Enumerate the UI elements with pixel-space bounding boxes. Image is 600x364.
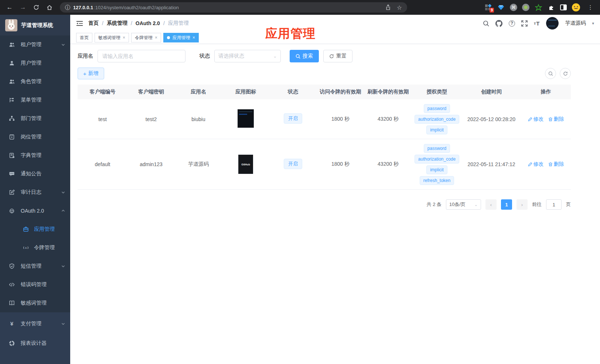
help-icon[interactable]: ? <box>509 20 515 27</box>
profile-avatar-icon[interactable] <box>572 3 580 12</box>
font-size-icon[interactable]: тT <box>534 20 540 27</box>
audit-log-icon <box>9 189 15 195</box>
sidebar-item-oauth-application[interactable]: 应用管理 <box>0 220 70 238</box>
goto-page-input[interactable] <box>546 199 562 210</box>
sidebar-item-report-designer[interactable]: 报表设计器 <box>0 333 70 353</box>
sidebar-bottom-section: ¥ 支付管理 报表设计器 <box>0 312 70 364</box>
menu-tree-icon <box>9 97 15 103</box>
page-content: 应用名 状态 请选择状态 ⌄ 搜索 重置 + <box>70 44 600 364</box>
annotation-overlay: 应用管理 <box>265 25 316 42</box>
sidebar-item-label: 支付管理 <box>21 320 41 327</box>
bookmark-star-icon[interactable]: ☆ <box>397 4 402 11</box>
sidebar-item-pay[interactable]: ¥ 支付管理 <box>0 314 70 333</box>
reset-button[interactable]: 重置 <box>323 50 352 62</box>
page-size-select[interactable]: 10条/页 ⌄ <box>446 199 481 210</box>
breadcrumb-system[interactable]: 系统管理 <box>107 20 127 27</box>
browser-refresh-icon[interactable] <box>31 2 41 13</box>
gem-extension-icon[interactable] <box>497 3 505 11</box>
browser-forward-icon[interactable]: → <box>18 2 28 13</box>
github-icon[interactable] <box>495 20 502 27</box>
refresh-table-icon[interactable] <box>560 68 571 79</box>
cell-created-time: 2022-05-11 21:47:12 <box>466 158 517 171</box>
sidebar-item-notice[interactable]: 通知公告 <box>0 165 70 183</box>
sidebar-item-dept[interactable]: 部门管理 <box>0 109 70 128</box>
browser-home-icon[interactable] <box>44 2 55 13</box>
tab-sensitive-word[interactable]: 敏感词管理× <box>95 33 129 42</box>
sidebar-item-oauth[interactable]: OAuth 2.0 <box>0 202 70 220</box>
sidebar-item-audit-log[interactable]: 审计日志 <box>0 183 70 202</box>
delete-button[interactable]: 删除 <box>548 161 564 168</box>
edit-button[interactable]: 修改 <box>528 116 544 123</box>
open-book-icon <box>9 300 15 306</box>
page-number-button[interactable]: 1 <box>501 199 512 210</box>
url-path: :1024/system/oauth2/oauth2/application <box>94 5 179 10</box>
edit-button[interactable]: 修改 <box>528 161 544 168</box>
toggle-search-icon[interactable] <box>545 68 556 79</box>
sidebar-logo[interactable]: 芋道管理系统 <box>0 15 70 35</box>
sidebar-item-post[interactable]: 岗位管理 <box>0 128 70 146</box>
grant-type-tag: refresh_token <box>420 176 454 185</box>
tab-home[interactable]: 首页 <box>76 33 92 42</box>
tab-split-icon[interactable] <box>560 4 567 10</box>
sidebar-item-dict[interactable]: 字典管理 <box>0 146 70 165</box>
sidebar-item-label: 令牌管理 <box>34 244 55 251</box>
sidebar-item-label: 敏感词管理 <box>21 300 47 306</box>
breadcrumb-home[interactable]: 首页 <box>88 20 99 27</box>
add-button[interactable]: + 新增 <box>78 68 104 79</box>
topbar: 首页 / 系统管理 / OAuth 2.0 / 应用管理 ? тT <box>70 15 600 32</box>
sidebar-fold-icon[interactable] <box>76 20 83 27</box>
share-icon[interactable] <box>385 4 391 10</box>
sidebar-item-label: 短信管理 <box>21 263 41 269</box>
cell-client-secret: test2 <box>144 113 158 126</box>
sidebar-item-oauth-token[interactable]: A 令牌管理 <box>0 238 70 257</box>
close-icon[interactable]: × <box>123 35 125 40</box>
fullscreen-icon[interactable] <box>521 20 528 27</box>
column-header: 刷新令牌的有效期 <box>364 85 412 99</box>
extension-grid-icon[interactable]: 9 <box>484 3 492 11</box>
sidebar-item-role[interactable]: 角色管理 <box>0 72 70 91</box>
close-icon[interactable]: × <box>192 35 195 40</box>
table-row: default admin123 芋道源码 GitHub 开启 1800 秒 4… <box>78 139 571 190</box>
sidebar-item-tenant[interactable]: 租户管理 <box>0 35 70 54</box>
status-select[interactable]: 请选择状态 ⌄ <box>214 50 281 62</box>
prev-page-button[interactable]: ‹ <box>485 199 497 210</box>
cell-refresh-ttl: 43200 秒 <box>376 157 400 171</box>
cell-status: 开启 <box>282 154 304 175</box>
browser-back-icon[interactable]: ← <box>4 2 15 13</box>
user-avatar[interactable] <box>546 17 559 30</box>
browser-menu-icon[interactable]: ⋮ <box>585 2 596 13</box>
status-label: 状态 <box>200 53 210 59</box>
delete-button[interactable]: 删除 <box>548 116 564 123</box>
command-extension-icon[interactable]: ⌘ <box>510 4 517 11</box>
status-badge: 开启 <box>284 159 302 169</box>
filter-form: 应用名 状态 请选择状态 ⌄ 搜索 重置 <box>78 50 593 62</box>
sidebar-item-sensitive-word[interactable]: 敏感词管理 <box>0 294 70 312</box>
tab-token[interactable]: 令牌管理× <box>131 33 161 42</box>
breadcrumb-oauth[interactable]: OAuth 2.0 <box>136 20 160 26</box>
extension-badge: 9 <box>490 8 494 13</box>
app-title: 芋道管理系统 <box>21 22 53 29</box>
topbar-actions: ? тT 芋道源码 ▾ <box>483 17 594 30</box>
browser-extensions-area: 9 ⌘ ⋮ <box>484 2 596 13</box>
recorder-extension-icon[interactable] <box>522 4 529 11</box>
search-icon[interactable] <box>483 20 489 27</box>
tab-application[interactable]: 应用管理× <box>163 33 199 42</box>
sidebar-item-sms[interactable]: 短信管理 <box>0 257 70 275</box>
app-name-input[interactable] <box>98 50 185 62</box>
sidebar-menu: 租户管理 用户管理 角色管理 菜单管理 部门管理 岗位管理 <box>0 35 70 364</box>
next-page-button[interactable]: › <box>517 199 528 210</box>
sidebar-item-label: 租户管理 <box>21 41 41 48</box>
extensions-puzzle-icon[interactable] <box>547 3 555 11</box>
announcement-icon <box>9 171 15 177</box>
sidebar-item-menu[interactable]: 菜单管理 <box>0 91 70 109</box>
star-extension-icon[interactable] <box>534 3 542 11</box>
user-name[interactable]: 芋道源码 <box>565 20 586 27</box>
search-button[interactable]: 搜索 <box>290 50 319 62</box>
sidebar-item-user[interactable]: 用户管理 <box>0 54 70 72</box>
sidebar-item-errcode[interactable]: 错误码管理 <box>0 275 70 294</box>
site-info-icon[interactable]: i <box>65 5 70 10</box>
user-caret-icon[interactable]: ▾ <box>592 21 594 26</box>
oauth-robot-icon <box>9 208 15 214</box>
close-icon[interactable]: × <box>155 35 157 40</box>
url-bar[interactable]: i 127.0.0.1:1024/system/oauth2/oauth2/ap… <box>60 2 407 13</box>
